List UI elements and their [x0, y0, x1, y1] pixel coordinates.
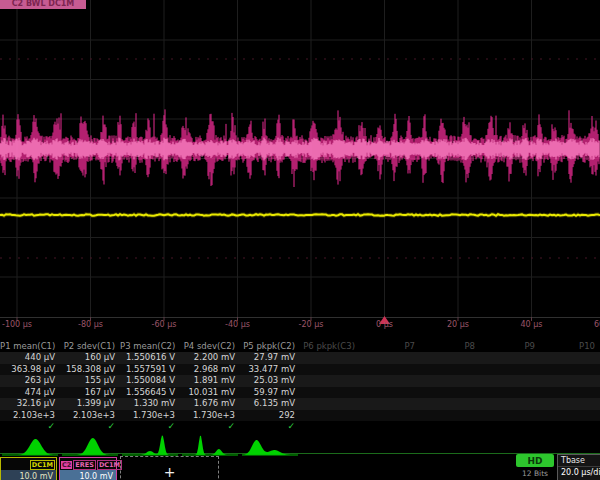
measure-value-P1: 263 µV	[0, 375, 55, 386]
measure-value-P2: 160 µV	[60, 352, 115, 363]
hd-mode-badge[interactable]: HD	[516, 454, 554, 467]
time-axis-label: 40 µs	[504, 320, 560, 329]
measure-status-check-icon: ✓	[60, 421, 115, 431]
measure-status-check-icon: ✓	[120, 421, 175, 431]
c2-coupling-row: C2 ERES DC1M	[60, 458, 116, 470]
time-axis-label: 20 µs	[430, 320, 486, 329]
measure-header-P5[interactable]: P5 pkpk(C2)	[240, 341, 295, 352]
time-axis-label: -100 µs	[0, 320, 45, 329]
oscilloscope-screen: C2 BWL DC1M -100 µs-80 µs-60 µs-40 µs-20…	[0, 0, 600, 480]
measure-value-P3: 1.556645 V	[120, 387, 175, 398]
measure-value-P1: 440 µV	[0, 352, 55, 363]
time-axis-label: -80 µs	[63, 320, 119, 329]
hd-bits-label: 12 Bits	[510, 469, 560, 478]
measure-value-P5: 25.03 mV	[240, 375, 295, 386]
measure-header-P6[interactable]: P6 pkpk(C3)	[300, 341, 355, 352]
measure-value-P5: 33.477 mV	[240, 364, 295, 375]
c2-channel-chip: C2	[61, 461, 72, 469]
measure-header-P1[interactable]: P1 mean(C1)	[0, 341, 55, 352]
measure-value-P2: 158.308 µV	[60, 364, 115, 375]
measure-status-check-icon: ✓	[240, 421, 295, 431]
measure-value-P4: 1.891 mV	[180, 375, 235, 386]
measure-value-P5: 59.97 mV	[240, 387, 295, 398]
time-axis-label: -60 µs	[136, 320, 192, 329]
timebase-label: Tbase	[558, 455, 600, 467]
trace-annotation-badge[interactable]: C2 BWL DC1M	[0, 0, 86, 9]
measure-histogram-icon	[2, 439, 58, 455]
measure-value-P2: 1.399 µV	[60, 398, 115, 409]
measurement-table: P1 mean(C1)440 µV363.98 µV263 µV474 µV32…	[0, 341, 600, 436]
measure-value-P3: 1.330 mV	[120, 398, 175, 409]
measure-value-P4: 2.200 mV	[180, 352, 235, 363]
measure-header-P8[interactable]: P8	[420, 341, 475, 352]
measure-value-P3: 1.550084 V	[120, 375, 175, 386]
trace-c1	[0, 214, 600, 216]
measure-value-P4: 2.968 mV	[180, 364, 235, 375]
add-trace-button[interactable]: +	[120, 456, 219, 480]
time-axis-label: 0 µs	[357, 320, 413, 329]
measure-value-P5: 6.135 mV	[240, 398, 295, 409]
timebase-descriptor[interactable]: Tbase 20.0 µs/div	[557, 454, 600, 480]
c2-scale-value: 10.0 mV	[60, 470, 116, 480]
time-axis: -100 µs-80 µs-60 µs-40 µs-20 µs0 µs20 µs…	[0, 319, 600, 333]
measure-value-P1: 474 µV	[0, 387, 55, 398]
measure-histogram-icon	[62, 438, 118, 455]
measure-value-P4: 1.676 mV	[180, 398, 235, 409]
measure-value-P3: 1.557591 V	[120, 364, 175, 375]
c1-scale-value: 10.0 mV	[1, 470, 56, 480]
plus-icon: +	[164, 464, 176, 480]
time-axis-label: 60 µs	[577, 320, 600, 329]
measure-histogram-icon	[122, 435, 178, 455]
c1-coupling-chip: DC1M	[30, 460, 55, 470]
timebase-value: 20.0 µs/div	[558, 467, 600, 478]
measure-value-P3: 1.730e+3	[120, 410, 175, 421]
measure-value-P2: 167 µV	[60, 387, 115, 398]
measure-value-P4: 1.730e+3	[180, 410, 235, 421]
time-axis-label: -20 µs	[283, 320, 339, 329]
measure-value-P1: 32.16 µV	[0, 398, 55, 409]
measure-histogram-icon	[182, 436, 238, 455]
channel-descriptor-c2[interactable]: C2 ERES DC1M 10.0 mV	[59, 457, 117, 480]
measure-header-P2[interactable]: P2 sdev(C1)	[60, 341, 115, 352]
measure-value-P4: 10.031 mV	[180, 387, 235, 398]
time-axis-label: -40 µs	[210, 320, 266, 329]
measure-status-check-icon: ✓	[0, 421, 55, 431]
channel-descriptor-c1[interactable]: DC1M 10.0 mV	[0, 457, 57, 480]
hd-label: HD	[527, 456, 542, 466]
c2-coupling-chip: DC1M	[97, 460, 122, 470]
measure-header-P9[interactable]: P9	[480, 341, 535, 352]
measure-value-P3: 1.550616 V	[120, 352, 175, 363]
measure-header-P7[interactable]: P7	[360, 341, 415, 352]
measure-value-P1: 363.98 µV	[0, 364, 55, 375]
measure-value-P2: 2.103e+3	[60, 410, 115, 421]
c2-eres-chip: ERES	[73, 460, 96, 470]
measure-value-P5: 27.97 mV	[240, 352, 295, 363]
measure-header-P3[interactable]: P3 mean(C2)	[120, 341, 175, 352]
measure-histogram-icon	[242, 440, 298, 455]
measure-value-P5: 292	[240, 410, 295, 421]
measure-status-check-icon: ✓	[180, 421, 235, 431]
measure-header-P4[interactable]: P4 sdev(C2)	[180, 341, 235, 352]
measure-value-P1: 2.103e+3	[0, 410, 55, 421]
measure-value-P2: 155 µV	[60, 375, 115, 386]
c1-coupling-row: DC1M	[1, 458, 56, 470]
trace-annotation-label: C2 BWL DC1M	[12, 0, 75, 8]
measure-header-P10[interactable]: P10	[540, 341, 595, 352]
